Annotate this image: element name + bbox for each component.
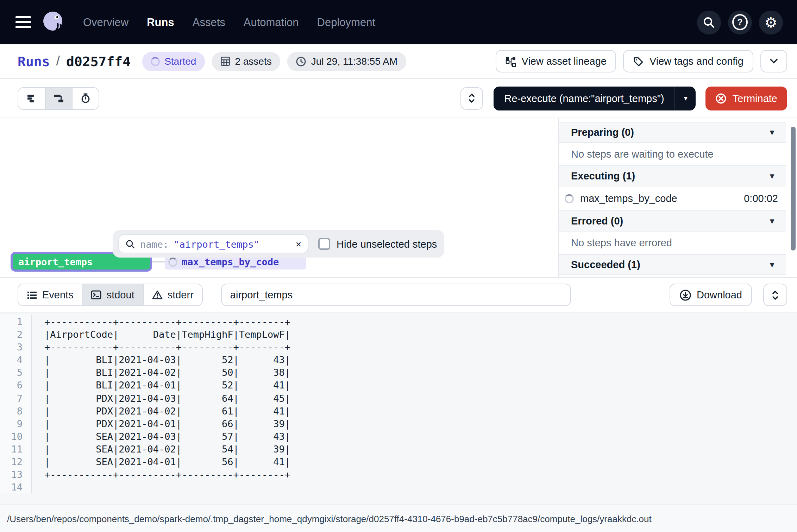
- run-id: d0257ff4: [66, 53, 131, 69]
- log-line: 12| SEA|2021-04-01| 56| 41|: [0, 455, 797, 468]
- asset-grid-icon: [220, 56, 230, 66]
- expand-vertical-icon: [467, 93, 476, 103]
- section-executing-header[interactable]: Executing (1) ▼: [559, 165, 786, 186]
- caret-down-icon: ▼: [768, 128, 776, 137]
- hide-unselected-label: Hide unselected steps: [337, 238, 437, 249]
- view-asset-lineage-button[interactable]: View asset lineage: [496, 50, 616, 72]
- warning-triangle-icon: [152, 290, 163, 300]
- log-line: 2|AirportCode| Date|TempHighF|TempLowF|: [0, 328, 797, 341]
- tag-icon: [633, 56, 644, 66]
- elapsed-time: 0:00:02: [744, 193, 778, 204]
- section-preparing-header[interactable]: Preparing (0) ▼: [559, 122, 786, 143]
- terminal-icon: [91, 290, 102, 300]
- help-icon[interactable]: ?: [728, 10, 752, 34]
- reexecute-button[interactable]: Re-execute (name:"airport_temps"): [494, 86, 674, 110]
- gantt-graph-area: airport_temps max_temps_by_code name:"ai…: [0, 118, 797, 277]
- run-toolbar: Re-execute (name:"airport_temps") ▾ Term…: [0, 79, 797, 118]
- download-button[interactable]: Download: [669, 284, 752, 306]
- view-tags-config-button[interactable]: View tags and config: [623, 50, 753, 72]
- view-gantt-waterfall-button[interactable]: [45, 88, 72, 109]
- log-line: 10| SEA|2021-04-03| 57| 43|: [0, 430, 797, 443]
- search-icon[interactable]: [697, 10, 721, 34]
- breadcrumb-separator: /: [56, 53, 60, 69]
- tab-stdout[interactable]: stdout: [82, 284, 143, 305]
- spinner-icon: [168, 257, 177, 266]
- tab-events[interactable]: Events: [18, 284, 82, 305]
- log-file-path: /Users/ben/repos/components_demo/spark-d…: [7, 513, 652, 524]
- log-line: 4| BLI|2021-04-03| 52| 43|: [0, 354, 797, 366]
- section-preparing-message: No steps are waiting to execute: [559, 143, 797, 165]
- hide-unselected-checkbox[interactable]: [318, 238, 330, 250]
- caret-down-icon: ▼: [768, 172, 776, 180]
- terminate-button[interactable]: Terminate: [706, 86, 787, 110]
- section-succeeded-header[interactable]: Succeeded (1) ▼: [559, 254, 786, 275]
- log-tabs: Events stdout stderr: [18, 284, 203, 306]
- breadcrumb-runs-link[interactable]: Runs: [18, 53, 50, 69]
- expand-logs-button[interactable]: [763, 284, 787, 306]
- search-icon: [125, 239, 135, 249]
- run-header: Runs / d0257ff4 Started 2 assets Jul 29,…: [0, 44, 797, 79]
- clear-query-icon[interactable]: ✕: [296, 239, 301, 248]
- log-line: 14: [0, 481, 797, 493]
- caret-down-icon: ▾: [684, 94, 688, 102]
- nav-item-deployment[interactable]: Deployment: [317, 16, 375, 28]
- log-line: 1+-----------+----------+---------+-----…: [0, 315, 797, 328]
- menu-icon[interactable]: [11, 12, 31, 32]
- step-query-input[interactable]: name:"airport_temps" ✕: [118, 234, 308, 253]
- zoom-fit-button[interactable]: [460, 87, 483, 109]
- reexecute-button-group: Re-execute (name:"airport_temps") ▾: [494, 86, 696, 110]
- terminate-circle-x-icon: [716, 93, 727, 104]
- log-line: 13+-----------+----------+---------+----…: [0, 468, 797, 481]
- log-toolbar: Events stdout stderr Download: [0, 277, 797, 312]
- clock-icon: [296, 56, 306, 66]
- view-mode-toggle: [18, 87, 99, 109]
- log-line: 11| SEA|2021-04-02| 54| 39|: [0, 443, 797, 455]
- steps-status-panel: Preparing (0) ▼ No steps are waiting to …: [558, 118, 797, 277]
- dagster-logo-icon[interactable]: [41, 10, 66, 35]
- nav-items: Overview Runs Assets Automation Deployme…: [83, 16, 375, 28]
- nav-item-assets[interactable]: Assets: [193, 16, 225, 28]
- log-line: 5| BLI|2021-04-02| 50| 38|: [0, 366, 797, 379]
- spinner-icon: [565, 194, 574, 203]
- reexecute-dropdown-caret[interactable]: ▾: [675, 86, 696, 110]
- settings-gear-icon[interactable]: ⚙: [759, 10, 783, 34]
- caret-down-icon: ▼: [768, 217, 776, 225]
- events-list-icon: [27, 290, 37, 299]
- log-line: 9| PDX|2021-04-01| 66| 39|: [0, 417, 797, 430]
- download-icon: [679, 289, 691, 301]
- log-line: 8| PDX|2021-04-02| 61| 41|: [0, 404, 797, 417]
- stdout-log-viewer[interactable]: 1+-----------+----------+---------+-----…: [0, 312, 797, 505]
- status-badge: Started: [142, 52, 205, 71]
- nav-item-overview[interactable]: Overview: [83, 16, 128, 28]
- executing-step-row[interactable]: max_temps_by_code 0:00:02: [559, 186, 797, 210]
- graph-filter-bar: name:"airport_temps" ✕ Hide unselected s…: [113, 230, 444, 258]
- top-nav: Overview Runs Assets Automation Deployme…: [0, 0, 797, 44]
- chevron-down-icon: [770, 58, 778, 64]
- caret-down-icon: ▼: [768, 260, 776, 269]
- log-line: 3+-----------+----------+---------+-----…: [0, 341, 797, 353]
- log-line: 6| BLI|2021-04-01| 52| 41|: [0, 379, 797, 392]
- lineage-icon: [506, 56, 516, 66]
- spinner-icon: [150, 57, 159, 66]
- gantt-waterfall-icon: [54, 93, 64, 103]
- graph-edge: [152, 261, 165, 262]
- gantt-flat-icon: [26, 93, 37, 103]
- log-file-path-bar: /Users/ben/repos/components_demo/spark-d…: [0, 505, 797, 532]
- log-line: 7| PDX|2021-04-03| 64| 45|: [0, 392, 797, 404]
- section-errored-header[interactable]: Errored (0) ▼: [559, 210, 786, 232]
- stopwatch-icon: [80, 93, 91, 103]
- assets-badge[interactable]: 2 assets: [212, 52, 280, 71]
- nav-item-runs[interactable]: Runs: [147, 16, 174, 28]
- section-errored-message: No steps have errored: [559, 232, 797, 254]
- log-step-filter-input[interactable]: [221, 284, 571, 306]
- nav-item-automation[interactable]: Automation: [244, 16, 299, 28]
- panel-scrollbar-thumb[interactable]: [791, 127, 796, 251]
- timestamp-badge: Jul 29, 11:38:55 AM: [287, 52, 406, 71]
- tab-stderr[interactable]: stderr: [143, 284, 202, 305]
- more-actions-chevron-button[interactable]: [760, 50, 787, 72]
- view-timer-button[interactable]: [72, 88, 99, 109]
- view-gantt-flat-button[interactable]: [18, 88, 45, 109]
- expand-vertical-icon: [771, 290, 779, 300]
